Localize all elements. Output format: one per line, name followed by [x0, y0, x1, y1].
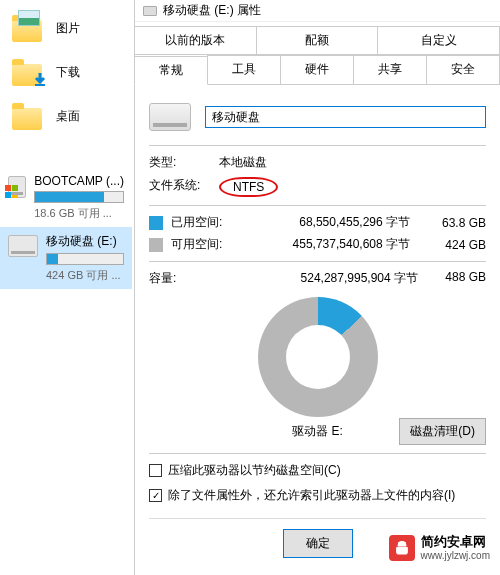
compress-label: 压缩此驱动器以节约磁盘空间(C) [168, 462, 341, 479]
drive-letter-label: 驱动器 E: [292, 423, 343, 440]
drive-free-text: 18.6 GB 可用 ... [34, 206, 124, 221]
tab-tools[interactable]: 工具 [207, 55, 281, 84]
tab-hardware[interactable]: 硬件 [280, 55, 354, 84]
tab-previous-versions[interactable]: 以前的版本 [134, 26, 257, 54]
drive-usage-bar [34, 191, 124, 203]
sidebar-item-pictures[interactable]: 图片 [12, 6, 132, 50]
type-label: 类型: [149, 154, 219, 171]
drive-icon [149, 103, 191, 131]
used-gb: 63.8 GB [428, 216, 486, 230]
used-label: 已用空间: [171, 214, 231, 231]
usage-donut-chart [258, 297, 378, 417]
downloads-icon [12, 58, 46, 86]
disk-cleanup-button[interactable]: 磁盘清理(D) [399, 418, 486, 445]
filesystem-label: 文件系统: [149, 177, 219, 197]
tab-general[interactable]: 常规 [134, 56, 208, 85]
tab-security[interactable]: 安全 [426, 55, 500, 84]
used-swatch [149, 216, 163, 230]
free-label: 可用空间: [171, 236, 231, 253]
tabs-row-1: 以前的版本 配额 自定义 [135, 26, 500, 55]
watermark-title: 简约安卓网 [421, 535, 490, 549]
tabs-row-2: 常规 工具 硬件 共享 安全 [135, 55, 500, 85]
drive-icon [8, 176, 26, 198]
drive-name: 移动硬盘 (E:) [46, 233, 124, 250]
svg-rect-1 [5, 185, 11, 191]
capacity-gb: 488 GB [428, 270, 486, 287]
svg-rect-3 [5, 192, 11, 198]
drive-name-input[interactable] [205, 106, 486, 128]
sidebar-label: 桌面 [56, 108, 80, 125]
watermark: 简约安卓网 www.jylzwj.com [385, 533, 494, 563]
svg-rect-2 [12, 185, 18, 191]
type-value: 本地磁盘 [219, 154, 267, 171]
drive-item-removable[interactable]: 移动硬盘 (E:) 424 GB 可用 ... [0, 227, 132, 289]
sidebar-item-desktop[interactable]: 桌面 [12, 94, 132, 138]
filesystem-value: NTFS [219, 177, 278, 197]
index-label: 除了文件属性外，还允许索引此驱动器上文件的内容(I) [168, 487, 455, 504]
capacity-label: 容量: [149, 270, 231, 287]
sidebar-label: 下载 [56, 64, 80, 81]
drive-free-text: 424 GB 可用 ... [46, 268, 124, 283]
free-gb: 424 GB [428, 238, 486, 252]
index-checkbox-row[interactable]: ✓ 除了文件属性外，还允许索引此驱动器上文件的内容(I) [149, 487, 486, 504]
drive-item-bootcamp[interactable]: BOOTCAMP (...) 18.6 GB 可用 ... [0, 168, 132, 227]
svg-rect-4 [12, 192, 18, 198]
drive-usage-bar [46, 253, 124, 265]
explorer-sidebar: 图片 下载 桌面 BOOTCAMP (...) 18.6 GB 可用 ... [0, 0, 132, 575]
tab-customize[interactable]: 自定义 [377, 26, 500, 54]
ok-button[interactable]: 确定 [283, 529, 353, 558]
drive-name: BOOTCAMP (...) [34, 174, 124, 188]
checkbox-icon: ✓ [149, 489, 162, 502]
used-bytes: 68,550,455,296 字节 [239, 214, 420, 231]
watermark-url: www.jylzwj.com [421, 550, 490, 561]
free-bytes: 455,737,540,608 字节 [239, 236, 420, 253]
svg-rect-0 [35, 84, 45, 86]
properties-dialog: 移动硬盘 (E:) 属性 以前的版本 配额 自定义 常规 工具 硬件 共享 安全… [134, 0, 500, 575]
android-icon [389, 535, 415, 561]
tab-quota[interactable]: 配额 [256, 26, 379, 54]
sidebar-item-downloads[interactable]: 下载 [12, 50, 132, 94]
drives-list: BOOTCAMP (...) 18.6 GB 可用 ... 移动硬盘 (E:) … [0, 168, 132, 289]
drive-icon [8, 235, 38, 257]
desktop-icon [12, 102, 46, 130]
compress-checkbox-row[interactable]: 压缩此驱动器以节约磁盘空间(C) [149, 462, 486, 479]
capacity-bytes: 524,287,995,904 字节 [231, 270, 428, 287]
checkbox-icon [149, 464, 162, 477]
sidebar-label: 图片 [56, 20, 80, 37]
quick-access: 图片 下载 桌面 [0, 0, 132, 138]
drive-icon [143, 6, 157, 16]
dialog-title: 移动硬盘 (E:) 属性 [163, 2, 261, 19]
pictures-icon [12, 14, 46, 42]
tab-sharing[interactable]: 共享 [353, 55, 427, 84]
dialog-titlebar[interactable]: 移动硬盘 (E:) 属性 [135, 0, 500, 22]
general-panel: 类型:本地磁盘 文件系统:NTFS 已用空间: 68,550,455,296 字… [135, 85, 500, 568]
free-swatch [149, 238, 163, 252]
